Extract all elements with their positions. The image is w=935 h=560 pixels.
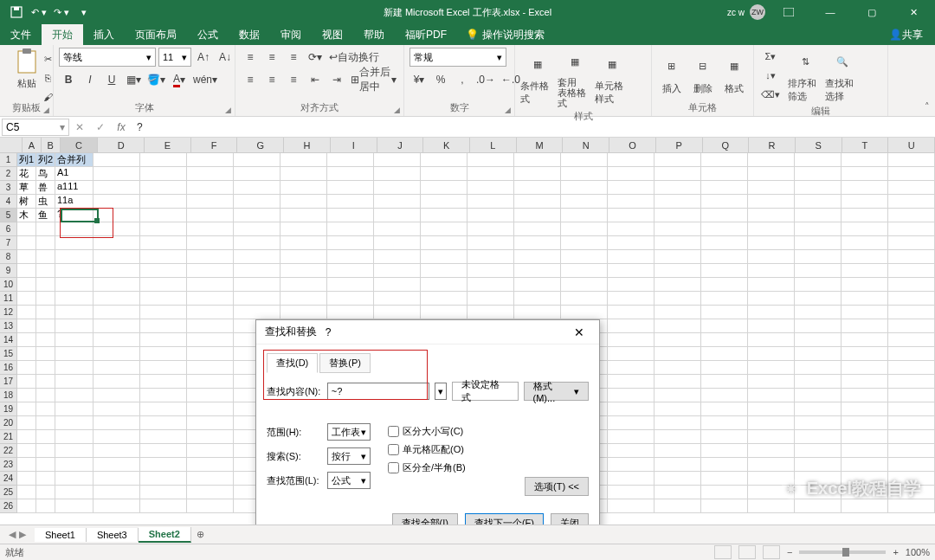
cell[interactable]	[55, 264, 94, 278]
tab-file[interactable]: 文件	[0, 24, 42, 45]
bold-button[interactable]: B	[59, 70, 78, 89]
options-button[interactable]: 选项(T) <<	[525, 477, 589, 496]
close-button[interactable]: 关闭	[551, 513, 589, 525]
cell[interactable]	[654, 181, 701, 195]
cell[interactable]	[748, 292, 795, 306]
fill-icon[interactable]: ↓▾	[759, 67, 782, 84]
cell[interactable]	[421, 181, 468, 195]
cell[interactable]	[514, 236, 561, 250]
cell[interactable]	[55, 375, 94, 389]
cell[interactable]	[654, 209, 701, 222]
cell[interactable]	[514, 167, 561, 181]
cell[interactable]	[94, 472, 140, 486]
cell[interactable]	[842, 195, 888, 209]
underline-button[interactable]: U	[102, 70, 121, 89]
row-header-8[interactable]: 8	[0, 250, 17, 264]
cell[interactable]	[842, 250, 888, 264]
cell[interactable]	[888, 153, 935, 167]
cell[interactable]	[608, 222, 654, 236]
orientation-icon[interactable]: ⟳▾	[306, 48, 325, 67]
cell[interactable]	[514, 278, 561, 292]
cell[interactable]	[701, 278, 748, 292]
row-header-1[interactable]: 1	[0, 153, 17, 167]
cell[interactable]	[421, 292, 468, 306]
cell[interactable]	[94, 250, 140, 264]
cell[interactable]	[561, 195, 608, 209]
cell[interactable]	[888, 402, 935, 416]
cell[interactable]	[795, 444, 842, 458]
cell[interactable]	[374, 264, 421, 278]
cell[interactable]	[608, 499, 654, 513]
cell[interactable]	[327, 209, 374, 222]
cell[interactable]	[701, 347, 748, 361]
cell[interactable]	[234, 209, 280, 222]
cell[interactable]	[140, 292, 187, 306]
user-avatar[interactable]: ZW	[750, 4, 765, 20]
cell[interactable]	[94, 195, 140, 209]
font-size-select[interactable]: 11▾	[158, 48, 191, 67]
cell[interactable]	[280, 222, 327, 236]
cell[interactable]	[94, 153, 140, 167]
cell[interactable]	[888, 222, 935, 236]
cell[interactable]	[94, 209, 140, 222]
cell[interactable]	[17, 472, 36, 486]
cell[interactable]	[187, 278, 234, 292]
cell[interactable]	[654, 333, 701, 347]
cell[interactable]	[234, 153, 280, 167]
dialog-close-icon[interactable]: ✕	[568, 325, 590, 339]
cell[interactable]	[514, 195, 561, 209]
cell[interactable]	[421, 195, 468, 209]
new-sheet-button[interactable]: ⊕	[191, 529, 210, 540]
cell[interactable]	[701, 167, 748, 181]
cell[interactable]	[561, 306, 608, 319]
cell[interactable]	[888, 250, 935, 264]
cell[interactable]	[888, 209, 935, 222]
cell[interactable]	[17, 319, 36, 333]
copy-icon[interactable]: ⎘	[38, 69, 57, 87]
cell[interactable]	[374, 222, 421, 236]
cell[interactable]	[701, 416, 748, 430]
cell[interactable]	[374, 250, 421, 264]
cell[interactable]	[55, 389, 94, 402]
cell[interactable]: 鱼	[36, 209, 55, 222]
cell[interactable]	[748, 278, 795, 292]
cell[interactable]	[36, 361, 55, 375]
cell[interactable]	[55, 250, 94, 264]
cell[interactable]	[55, 444, 94, 458]
cell[interactable]	[36, 375, 55, 389]
cell[interactable]	[327, 236, 374, 250]
cell[interactable]	[17, 333, 36, 347]
cell[interactable]	[187, 333, 234, 347]
cell[interactable]	[374, 292, 421, 306]
cell[interactable]	[608, 250, 654, 264]
tab-layout[interactable]: 页面布局	[125, 24, 187, 45]
cell[interactable]	[842, 472, 888, 486]
cell[interactable]: 列1	[17, 153, 36, 167]
cell[interactable]	[36, 402, 55, 416]
col-header-E[interactable]: E	[145, 138, 191, 153]
cell[interactable]	[187, 153, 234, 167]
cell[interactable]	[36, 264, 55, 278]
cell[interactable]	[608, 181, 654, 195]
cell[interactable]	[140, 278, 187, 292]
cell[interactable]	[140, 209, 187, 222]
cell[interactable]	[842, 375, 888, 389]
cell[interactable]	[608, 236, 654, 250]
cell[interactable]	[888, 292, 935, 306]
cell[interactable]	[701, 319, 748, 333]
cell[interactable]	[187, 416, 234, 430]
cell[interactable]	[280, 278, 327, 292]
cell[interactable]	[468, 195, 514, 209]
cell[interactable]	[701, 472, 748, 486]
cell[interactable]: 木	[17, 209, 36, 222]
cell[interactable]	[701, 333, 748, 347]
cell[interactable]	[514, 264, 561, 278]
cell[interactable]	[654, 319, 701, 333]
cell[interactable]	[140, 222, 187, 236]
cell[interactable]	[94, 416, 140, 430]
row-header-17[interactable]: 17	[0, 375, 17, 389]
row-header-24[interactable]: 24	[0, 472, 17, 486]
cell[interactable]	[17, 250, 36, 264]
cell[interactable]	[234, 181, 280, 195]
cell[interactable]	[187, 250, 234, 264]
